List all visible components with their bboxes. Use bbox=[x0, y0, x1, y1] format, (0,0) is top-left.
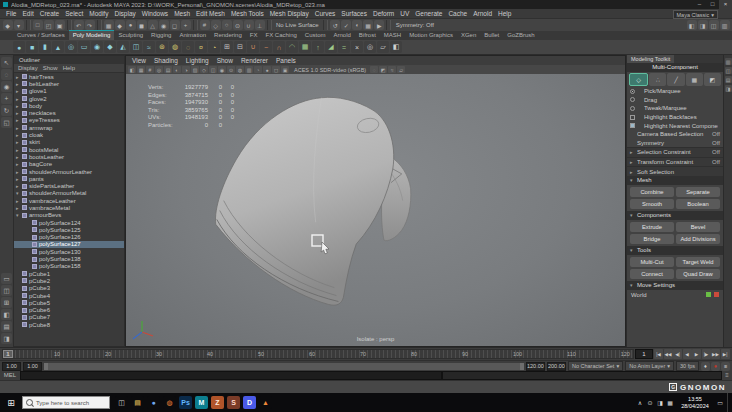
minimize-button[interactable]: – bbox=[693, 0, 706, 9]
expand-arrow-icon[interactable]: ▸ bbox=[630, 149, 635, 155]
shelf-tab[interactable]: FX bbox=[246, 31, 262, 40]
status-line-icon[interactable]: ◇ bbox=[211, 20, 221, 30]
menu-item[interactable]: Mesh bbox=[171, 9, 193, 18]
status-line-icon[interactable]: ↶ bbox=[74, 20, 84, 30]
viewport-toolbar-icon[interactable]: ◩ bbox=[379, 66, 387, 73]
tool-button[interactable]: ◉ bbox=[1, 81, 12, 92]
status-line-icon[interactable]: ⊥ bbox=[255, 20, 265, 30]
taskbar-app-icon[interactable]: Z bbox=[211, 396, 224, 409]
toolkit-option-row[interactable]: ▸ Transform Constraint Off bbox=[627, 157, 723, 167]
taskbar-app-icon[interactable]: S bbox=[227, 396, 240, 409]
component-mode-button[interactable]: ∴ bbox=[649, 73, 666, 86]
shelf-tab[interactable]: GoZBrush bbox=[503, 31, 538, 40]
outliner-item[interactable]: polySurface138 bbox=[14, 255, 124, 262]
status-line-icon[interactable] bbox=[67, 20, 72, 30]
expand-arrow-icon[interactable]: ▸ bbox=[630, 169, 635, 175]
tray-icon[interactable]: ⊙ bbox=[646, 399, 654, 406]
status-line-icon[interactable] bbox=[267, 20, 272, 30]
tool-button[interactable]: ◱ bbox=[1, 117, 12, 128]
outliner-item[interactable]: pCube5 bbox=[14, 299, 124, 306]
script-editor-icon[interactable]: ≡ bbox=[722, 371, 732, 380]
shelf-tool-icon[interactable]: ◎ bbox=[364, 41, 376, 53]
shelf-tab[interactable]: Motion Graphics bbox=[405, 31, 457, 40]
sidebar-toggle-icon[interactable]: ◧ bbox=[687, 20, 697, 30]
shelf-tool-icon[interactable]: ◎ bbox=[65, 41, 77, 53]
outliner-item[interactable]: ▸ glove2 bbox=[14, 95, 124, 102]
taskbar-app-icon[interactable]: Ps bbox=[179, 396, 192, 409]
shelf-tab[interactable]: Arnold bbox=[330, 31, 355, 40]
status-line-icon[interactable]: ● bbox=[126, 20, 136, 30]
mesh-section-header[interactable]: ▾ Mesh bbox=[627, 176, 723, 185]
outliner-item[interactable]: ▸ bootsLeather bbox=[14, 153, 124, 160]
viewport-canvas[interactable]: Verts: 1927779 0 0 Edges: 3874715 0 0 Fa… bbox=[126, 74, 625, 346]
status-line-icon[interactable]: □ bbox=[33, 20, 43, 30]
character-set-dropdown[interactable]: No Character Set ▾ bbox=[568, 361, 623, 371]
dock-tab-icon[interactable]: ▤ bbox=[725, 76, 732, 83]
playback-button[interactable]: ◀| bbox=[673, 349, 682, 359]
menu-item[interactable]: Curves bbox=[312, 9, 339, 18]
viewport-toolbar-icon[interactable]: ◻ bbox=[272, 66, 280, 73]
toolkit-option-row[interactable]: Drag bbox=[627, 96, 723, 105]
modeling-toolkit-tab[interactable]: Modeling Toolkit bbox=[627, 55, 674, 63]
status-line-icon[interactable] bbox=[323, 20, 328, 30]
status-line-icon[interactable]: ▦ bbox=[363, 20, 373, 30]
viewport-menu-item[interactable]: Renderer bbox=[237, 57, 272, 64]
viewport-toolbar-icon[interactable]: ◎ bbox=[155, 66, 163, 73]
shelf-tool-icon[interactable]: ∩ bbox=[273, 41, 285, 53]
toolkit-button[interactable]: Separate bbox=[676, 187, 720, 197]
menu-item[interactable]: Modify bbox=[86, 9, 111, 18]
shelf-tool-icon[interactable]: ⊞ bbox=[221, 41, 233, 53]
toolkit-option-row[interactable]: Symmetry Off bbox=[627, 139, 723, 148]
mel-toggle[interactable]: MEL bbox=[0, 371, 20, 380]
shelf-tab[interactable]: Sculpting bbox=[114, 31, 147, 40]
status-line-icon[interactable]: ↺ bbox=[330, 20, 340, 30]
toolkit-button[interactable]: Bridge bbox=[630, 234, 674, 244]
status-line-icon[interactable] bbox=[97, 20, 102, 30]
sidebar-toggle-icon[interactable]: ◨ bbox=[698, 20, 708, 30]
layout-button[interactable]: ▭ bbox=[1, 273, 12, 284]
playback-end-field[interactable]: 120.00 bbox=[526, 362, 545, 371]
menu-item[interactable]: Cache bbox=[445, 9, 470, 18]
dock-tab-icon[interactable]: ◫ bbox=[725, 67, 732, 74]
shelf-tool-icon[interactable]: ◆ bbox=[104, 41, 116, 53]
outliner-menu-item[interactable]: Show bbox=[43, 65, 58, 71]
viewport-toolbar-icon[interactable]: ◉ bbox=[218, 66, 226, 73]
outliner-item[interactable]: ▸ vambraceLeather bbox=[14, 197, 124, 204]
outliner-item[interactable]: ▸ hairTress bbox=[14, 73, 124, 80]
shelf-tool-icon[interactable]: ▱ bbox=[377, 41, 389, 53]
anim-button[interactable]: ● bbox=[711, 362, 720, 371]
playback-start-field[interactable]: 1.00 bbox=[23, 362, 42, 371]
viewport-menu-item[interactable]: Shading bbox=[150, 57, 182, 64]
component-mode-button[interactable]: ╱ bbox=[667, 73, 684, 86]
toolkit-button[interactable]: Add Divisions bbox=[676, 234, 720, 244]
outliner-item[interactable]: pCube8 bbox=[14, 321, 124, 328]
shelf-tab[interactable]: Poly Modeling bbox=[69, 30, 115, 40]
playback-button[interactable]: ▶| bbox=[721, 349, 730, 359]
status-line-icon[interactable]: △ bbox=[148, 20, 158, 30]
component-mode-button[interactable]: ▦ bbox=[686, 73, 703, 86]
viewport-toolbar-icon[interactable]: ● bbox=[263, 66, 271, 73]
toolkit-button[interactable]: Boolean bbox=[676, 199, 720, 209]
status-line-icon[interactable]: # bbox=[200, 20, 210, 30]
outliner-item[interactable]: ▸ skirt bbox=[14, 139, 124, 146]
shelf-tool-icon[interactable]: ◭ bbox=[117, 41, 129, 53]
viewport-toolbar-icon[interactable]: ◔ bbox=[254, 66, 262, 73]
status-line-icon[interactable]: No Live Surface bbox=[273, 22, 322, 28]
toolkit-option-row[interactable]: Tweak/Marquee bbox=[627, 104, 723, 113]
outliner-item[interactable]: ▸ eyeTresses bbox=[14, 117, 124, 124]
shelf-tool-icon[interactable]: ◫ bbox=[130, 41, 142, 53]
expand-arrow-icon[interactable]: ▸ bbox=[630, 159, 635, 165]
status-line-icon[interactable]: ✓ bbox=[341, 20, 351, 30]
status-line-icon[interactable]: ◻ bbox=[170, 20, 180, 30]
viewport-toolbar-icon[interactable]: ▣ bbox=[281, 66, 289, 73]
outliner-item[interactable]: pCube3 bbox=[14, 285, 124, 292]
notification-center-icon[interactable]: ▭ bbox=[716, 399, 724, 406]
shelf-tool-icon[interactable]: ¤ bbox=[195, 41, 207, 53]
viewport-toolbar-icon[interactable]: ◫ bbox=[209, 66, 217, 73]
shelf-tool-icon[interactable]: ◧ bbox=[390, 41, 402, 53]
outliner-item[interactable]: ▾ armourBevs bbox=[14, 212, 124, 219]
outliner-item[interactable]: ▸ pants bbox=[14, 175, 124, 182]
tool-button[interactable]: ↻ bbox=[1, 105, 12, 116]
layout-button[interactable]: ◧ bbox=[1, 309, 12, 320]
close-button[interactable]: × bbox=[719, 0, 732, 9]
